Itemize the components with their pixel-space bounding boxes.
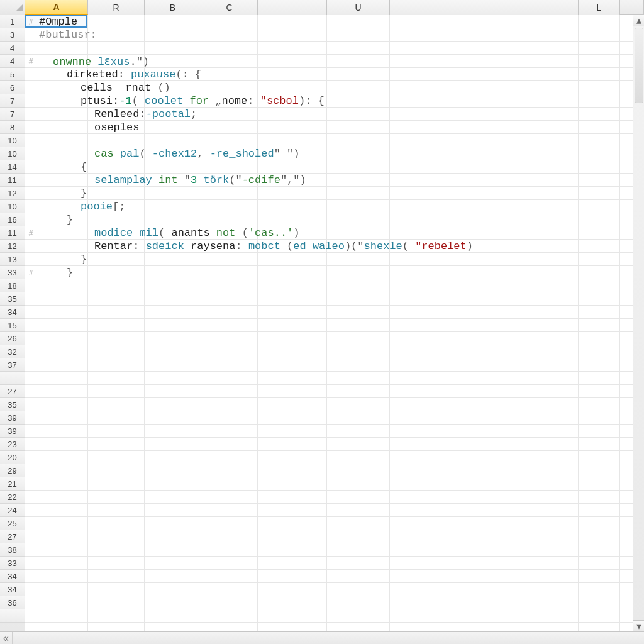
row-header[interactable]: 27: [0, 530, 25, 543]
code-text: }: [36, 267, 73, 279]
code-line[interactable]: cells rnat (): [25, 81, 633, 94]
row-header[interactable]: 10: [0, 147, 25, 160]
column-header-L[interactable]: L: [579, 0, 620, 15]
row-header[interactable]: 11: [0, 174, 25, 187]
code-line[interactable]: oseples: [25, 121, 633, 134]
row-header[interactable]: 4: [0, 55, 25, 68]
row-header[interactable]: 38: [0, 543, 25, 557]
code-text: pooie[;: [36, 201, 125, 213]
scroll-track[interactable]: [633, 26, 645, 620]
row-header[interactable]: [0, 372, 25, 385]
code-text: Renleed:-pootal;: [36, 108, 197, 120]
fold-gutter-icon: #: [25, 269, 36, 277]
code-line[interactable]: #modice mil( anants not ('cas..'): [25, 226, 633, 240]
code-line[interactable]: }: [25, 253, 633, 266]
row-header[interactable]: 39: [0, 411, 25, 425]
row-header[interactable]: 27: [0, 385, 25, 398]
code-line[interactable]: {: [25, 160, 633, 174]
row-header[interactable]: 1: [0, 15, 25, 28]
column-headers: ARBCUL: [0, 0, 644, 15]
code-line[interactable]: ptusi:-1( coolet for „nome: "scbol): {: [25, 94, 633, 108]
fold-gutter-icon: #: [25, 18, 36, 26]
cell-content: ##Omple#butlusr:#onwnne lɛxus.")dirketed…: [25, 15, 633, 631]
row-header[interactable]: 11: [0, 226, 25, 240]
row-header[interactable]: 8: [0, 121, 25, 134]
code-text: cas pal( -chex12, -re_sholed" "): [36, 148, 300, 160]
row-header[interactable]: 26: [0, 332, 25, 345]
column-header-C[interactable]: C: [201, 0, 258, 15]
row-header[interactable]: 34: [0, 570, 25, 583]
code-line[interactable]: Renleed:-pootal;: [25, 108, 633, 121]
code-line[interactable]: pooie[;: [25, 200, 633, 213]
row-header[interactable]: 23: [0, 438, 25, 451]
row-header[interactable]: 32: [0, 345, 25, 358]
code-line[interactable]: #onwnne lɛxus."): [25, 55, 633, 68]
row-header[interactable]: 10: [0, 134, 25, 147]
code-text: onwnne lɛxus."): [36, 55, 149, 68]
row-header[interactable]: 20: [0, 451, 25, 464]
code-line[interactable]: [25, 42, 633, 55]
select-all-corner[interactable]: [0, 0, 25, 15]
code-line[interactable]: selamplay int "3 törk("-cdife","): [25, 174, 633, 187]
row-header[interactable]: 10: [0, 200, 25, 213]
column-header-U[interactable]: U: [327, 0, 390, 15]
code-line[interactable]: }: [25, 187, 633, 200]
code-line[interactable]: dirketed: puxause(: {: [25, 68, 633, 81]
row-header[interactable]: 16: [0, 213, 25, 226]
code-line[interactable]: ##Omple: [25, 15, 633, 28]
row-headers: 1344567781010141112101611121333183534152…: [0, 15, 25, 631]
code-text: #Omple: [36, 16, 77, 28]
scroll-down-arrow-icon[interactable]: ▾: [633, 620, 645, 631]
row-header[interactable]: 34: [0, 583, 25, 596]
row-header[interactable]: 24: [0, 504, 25, 517]
code-text: }: [36, 187, 87, 199]
row-header[interactable]: 6: [0, 81, 25, 94]
column-header-R[interactable]: R: [88, 0, 145, 15]
row-header[interactable]: 33: [0, 266, 25, 279]
fold-gutter-icon: #: [25, 57, 36, 66]
row-header[interactable]: 13: [0, 253, 25, 266]
row-header[interactable]: [0, 609, 25, 623]
code-line[interactable]: #}: [25, 266, 633, 279]
column-header-col4[interactable]: [258, 0, 327, 15]
row-header[interactable]: 3: [0, 28, 25, 42]
row-header[interactable]: 39: [0, 425, 25, 438]
row-header[interactable]: 18: [0, 279, 25, 292]
row-header[interactable]: 22: [0, 491, 25, 504]
row-header[interactable]: 7: [0, 108, 25, 121]
row-header[interactable]: 21: [0, 477, 25, 491]
code-line[interactable]: [25, 134, 633, 147]
code-text: cells rnat (): [36, 82, 170, 94]
row-header[interactable]: 12: [0, 187, 25, 200]
scroll-up-arrow-icon[interactable]: ▴: [633, 15, 645, 26]
row-header[interactable]: 15: [0, 319, 25, 332]
code-line[interactable]: }: [25, 213, 633, 226]
row-header[interactable]: 4: [0, 42, 25, 55]
sheet-area[interactable]: ##Omple#butlusr:#onwnne lɛxus.")dirketed…: [25, 15, 633, 631]
row-header[interactable]: 7: [0, 94, 25, 108]
row-header[interactable]: 33: [0, 557, 25, 570]
row-header[interactable]: 14: [0, 160, 25, 174]
fold-gutter-icon: #: [25, 229, 36, 238]
code-line[interactable]: cas pal( -chex12, -re_sholed" "): [25, 147, 633, 160]
row-header[interactable]: 29: [0, 464, 25, 477]
row-header[interactable]: 37: [0, 358, 25, 372]
tab-nav-first-icon[interactable]: «: [0, 632, 13, 645]
scroll-thumb[interactable]: [635, 28, 643, 103]
code-text: #butlusr:: [36, 29, 97, 41]
code-text: oseples: [36, 121, 139, 133]
row-header[interactable]: 12: [0, 240, 25, 253]
row-header[interactable]: 5: [0, 68, 25, 81]
row-header[interactable]: 34: [0, 306, 25, 319]
code-line[interactable]: #butlusr:: [25, 28, 633, 42]
vertical-scrollbar[interactable]: ▴ ▾: [633, 15, 644, 631]
code-text: [36, 135, 101, 147]
row-header[interactable]: 35: [0, 292, 25, 306]
code-line[interactable]: Rentar: sdeick raysena: mobct (ed_waleo)…: [25, 240, 633, 253]
column-header-B[interactable]: B: [145, 0, 201, 15]
row-header[interactable]: 25: [0, 517, 25, 530]
row-header[interactable]: 36: [0, 596, 25, 609]
column-header-A[interactable]: A: [25, 0, 88, 15]
column-header-col6[interactable]: [390, 0, 579, 15]
row-header[interactable]: 35: [0, 398, 25, 411]
